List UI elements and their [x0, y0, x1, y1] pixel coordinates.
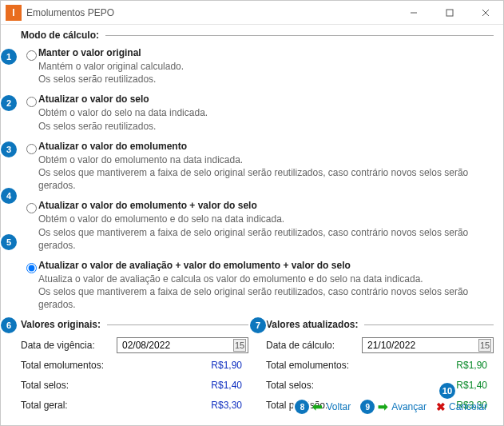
modo-group-header: Modo de cálculo: — [21, 30, 494, 41]
data-vigencia-label: Data de vigência: — [21, 340, 117, 351]
data-vigencia-input[interactable]: 02/08/2022 15 — [117, 337, 248, 353]
arrow-left-icon: ⬅ — [312, 400, 323, 414]
calendar-icon[interactable]: 15 — [233, 339, 246, 352]
option-atualizar-emolumento[interactable]: Atualizar o valor do emolumento Obtém o … — [21, 141, 494, 193]
radio-manter[interactable] — [26, 50, 37, 61]
originais-total-emol-label: Total emolumentos: — [21, 360, 117, 371]
arrow-right-icon: ➡ — [378, 400, 388, 414]
modo-legend: Modo de cálculo: — [21, 30, 99, 41]
originais-header: Valores originais: — [21, 319, 248, 330]
voltar-button[interactable]: 8 ⬅ Voltar — [295, 400, 351, 414]
radio-atualizar-emolumento-selo[interactable] — [26, 203, 37, 213]
data-calculo-value: 21/10/2022 — [367, 340, 415, 351]
radio-atualizar-selo[interactable] — [26, 97, 37, 107]
callout-5: 5 — [1, 234, 17, 250]
callout-8: 8 — [295, 400, 309, 414]
atualizados-legend: Valores atualizados: — [266, 319, 358, 330]
modo-options: 1 2 3 4 5 Manter o valor original Mantém… — [21, 47, 494, 311]
option-label: Manter o valor original — [38, 47, 494, 58]
originais-legend: Valores originais: — [21, 319, 101, 330]
originais-total-selos-label: Total selos: — [21, 380, 117, 391]
option-desc: Atualiza o valor de avaliação e calcula … — [38, 273, 494, 312]
callout-3: 3 — [1, 141, 17, 157]
cancelar-button[interactable]: 10 ✖ Cancelar — [436, 400, 487, 413]
option-atualizar-emolumento-selo[interactable]: Atualizar o valor do emolumento + valor … — [21, 200, 494, 252]
calendar-icon[interactable]: 15 — [478, 339, 491, 352]
minimize-button[interactable] — [395, 1, 431, 25]
atualizados-total-emol-label: Total emolumentos: — [266, 360, 362, 371]
footer: 8 ⬅ Voltar 9 ➡ Avançar 10 ✖ Cancelar — [295, 400, 487, 414]
option-desc: Obtém o valor do selo na data indicada.O… — [38, 106, 494, 132]
cancelar-label: Cancelar — [449, 401, 487, 412]
option-desc: Obtém o valor do emolumento na data indi… — [38, 153, 494, 193]
callout-7: 7 — [250, 317, 266, 333]
option-label: Atualizar o valor do selo — [38, 94, 494, 105]
data-calculo-input[interactable]: 21/10/2022 15 — [362, 337, 494, 353]
radio-atualizar-avaliacao[interactable] — [26, 263, 37, 273]
option-label: Atualizar o valor do emolumento — [38, 141, 494, 152]
option-label: Atualizar o valor de avaliação + valor d… — [38, 260, 494, 271]
atualizados-total-selos-label: Total selos: — [266, 380, 362, 391]
close-button[interactable] — [467, 1, 503, 25]
originais-total-selos: R$1,40 — [117, 380, 248, 391]
close-icon: ✖ — [436, 400, 446, 413]
callout-4: 4 — [1, 188, 17, 204]
avancar-button[interactable]: 9 ➡ Avançar — [360, 400, 427, 414]
divider — [364, 324, 494, 325]
callout-10: 10 — [439, 383, 455, 399]
option-desc: Mantém o valor original calculado.Os sel… — [38, 60, 494, 86]
data-vigencia-value: 02/08/2022 — [122, 340, 170, 351]
atualizados-total-emol: R$1,90 — [362, 360, 494, 371]
callout-2: 2 — [1, 95, 17, 111]
option-manter[interactable]: Manter o valor original Mantém o valor o… — [21, 47, 494, 86]
originais-total-geral: R$3,30 — [117, 400, 248, 411]
callout-1: 1 — [1, 49, 17, 65]
window: I Emolumentos PEPO Modo de cálculo: 1 2 … — [0, 0, 504, 426]
avancar-label: Avançar — [391, 401, 427, 412]
atualizados-header: Valores atualizados: — [266, 319, 494, 330]
option-atualizar-selo[interactable]: Atualizar o valor do selo Obtém o valor … — [21, 94, 494, 132]
option-label: Atualizar o valor do emolumento + valor … — [38, 200, 494, 211]
app-icon: I — [6, 5, 22, 21]
maximize-button[interactable] — [431, 1, 467, 25]
data-calculo-label: Data de cálculo: — [266, 340, 362, 351]
option-atualizar-avaliacao-emolumento-selo[interactable]: Atualizar o valor de avaliação + valor d… — [21, 260, 494, 312]
callout-9: 9 — [360, 400, 375, 414]
radio-atualizar-emolumento[interactable] — [26, 144, 37, 154]
atualizados-total-selos: R$1,40 — [362, 380, 494, 391]
titlebar: I Emolumentos PEPO — [1, 1, 503, 25]
originais-total-geral-label: Total geral: — [21, 400, 117, 411]
valores-originais: 6 Valores originais: Data de vigência: 0… — [21, 319, 248, 416]
voltar-label: Voltar — [326, 401, 351, 412]
divider — [105, 35, 494, 36]
svg-rect-1 — [446, 10, 453, 16]
originais-total-emol: R$1,90 — [117, 360, 248, 371]
option-desc: Obtém o valor do emolumento e do selo na… — [38, 213, 494, 252]
content: Modo de cálculo: 1 2 3 4 5 Manter o valo… — [21, 30, 494, 419]
callout-6: 6 — [1, 317, 17, 333]
divider — [107, 324, 248, 325]
window-title: Emolumentos PEPO — [26, 7, 395, 18]
